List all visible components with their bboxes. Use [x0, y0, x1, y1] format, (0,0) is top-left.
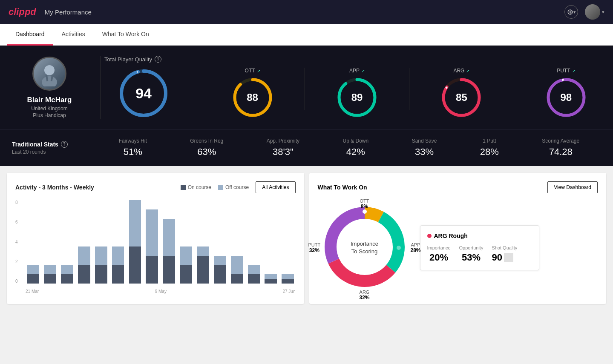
- greens-in-reg-stat: Greens In Reg 63%: [190, 138, 223, 158]
- y-label-4: 4: [15, 240, 18, 244]
- tab-what-to-work-on[interactable]: What To Work On: [94, 24, 158, 46]
- avatar[interactable]: [585, 4, 600, 20]
- bar-off-course: [282, 274, 294, 279]
- trad-help-icon[interactable]: ?: [61, 141, 68, 148]
- bar-group: [26, 200, 41, 284]
- bar-group: [229, 200, 245, 284]
- legend-on-course: On course: [181, 184, 211, 190]
- fairways-hit-stat: Fairways Hit 51%: [119, 138, 147, 158]
- section-divider-3: [409, 68, 409, 110]
- on-course-dot: [181, 185, 186, 190]
- app-proximity-label: App. Proximity: [267, 138, 299, 144]
- sand-save-label: Sand Save: [412, 138, 437, 144]
- plus-circle-icon: ⊕: [567, 7, 573, 17]
- ott-label: OTT ↗: [245, 68, 260, 74]
- quality-label: Total Player Quality ?: [104, 56, 601, 63]
- bar-group: [246, 200, 262, 284]
- sand-save-stat: Sand Save 33%: [412, 138, 437, 158]
- section-divider-1: [200, 68, 200, 110]
- bar-on-course: [129, 246, 141, 284]
- user-dropdown-arrow: ▾: [602, 9, 604, 15]
- bar-off-course: [146, 209, 158, 256]
- activity-controls: On course Off course All Activities: [181, 181, 296, 193]
- player-avatar: [32, 57, 66, 91]
- greens-value: 63%: [190, 146, 223, 158]
- x-label-may: 9 May: [155, 289, 167, 294]
- bar-off-course: [197, 246, 209, 256]
- ott-pct: 8%: [360, 203, 369, 209]
- bar-group: [280, 200, 296, 284]
- trad-label: Traditional Stats ?: [12, 141, 97, 148]
- shot-quality-col: Shot Quality 90: [492, 245, 517, 263]
- nav-tabs: Dashboard Activities What To Work On: [0, 24, 613, 46]
- ott-arrow-icon: ↗: [257, 69, 260, 73]
- bar-on-course: [27, 274, 40, 284]
- main-score-item: 94: [118, 68, 169, 119]
- bar-group: [127, 200, 143, 284]
- scoring-average-value: 74.28: [542, 146, 579, 158]
- putt-score-item: PUTT ↗ 98: [545, 68, 587, 119]
- bar-on-course: [248, 274, 260, 284]
- up-down-value: 42%: [343, 146, 369, 158]
- main-score-ring: 94: [118, 68, 169, 119]
- bar-on-course: [44, 274, 56, 284]
- legend-off-course: Off course: [218, 184, 249, 190]
- putt-ring: 98: [545, 76, 587, 119]
- bar-on-course: [112, 265, 124, 284]
- bar-off-course: [78, 246, 90, 265]
- header: clippd My Performance ⊕ ▾ ▾: [0, 0, 613, 24]
- arg-label: ARG ↗: [453, 68, 469, 74]
- tab-dashboard[interactable]: Dashboard: [7, 24, 53, 46]
- app-label: APP ↗: [349, 68, 365, 74]
- bar-off-course: [214, 256, 226, 265]
- bar-on-course: [265, 279, 277, 284]
- add-button[interactable]: ⊕ ▾: [564, 5, 578, 19]
- y-label-2: 2: [15, 259, 18, 264]
- player-name: Blair McHarg: [27, 96, 72, 104]
- header-right: ⊕ ▾ ▾: [564, 4, 604, 20]
- bar-group: [263, 200, 279, 284]
- fairways-hit-label: Fairways Hit: [119, 138, 147, 144]
- arg-ring: 85: [440, 76, 483, 119]
- wtwo-content: Importance To Scoring OTT 8% APP 28% ARG…: [318, 200, 598, 295]
- y-label-0: 0: [15, 279, 18, 284]
- header-left: clippd My Performance: [9, 6, 92, 17]
- stats-top: Blair McHarg United Kingdom Plus Handica…: [12, 56, 601, 119]
- info-card-columns: Importance 20% Opportunity 53% Shot Qual…: [427, 245, 532, 263]
- donut-center-label: Importance To Scoring: [351, 240, 378, 255]
- donut-app-label: APP 28%: [410, 242, 420, 253]
- quality-section: Total Player Quality ? 94: [104, 56, 601, 119]
- what-to-work-on-panel: What To Work On View Dashboard: [309, 173, 607, 304]
- bar-group: [161, 200, 177, 284]
- player-avatar-image: [37, 61, 62, 86]
- bottom-panels: Activity - 3 Months - Weekly On course O…: [0, 166, 613, 311]
- tab-activities[interactable]: Activities: [53, 24, 94, 46]
- bar-on-course: [61, 274, 73, 284]
- header-title: My Performance: [45, 9, 92, 16]
- user-menu[interactable]: ▾: [585, 4, 604, 20]
- app-ring: 89: [336, 76, 378, 119]
- shot-quality-value-row: 90: [492, 252, 517, 263]
- chart-legend: On course Off course: [181, 184, 249, 190]
- all-activities-button[interactable]: All Activities: [256, 181, 295, 193]
- svg-point-22: [397, 246, 401, 250]
- off-course-dot: [218, 185, 223, 190]
- one-putt-value: 28%: [480, 146, 499, 158]
- quality-help-icon[interactable]: ?: [155, 56, 161, 63]
- trad-values: Fairways Hit 51% Greens In Reg 63% App. …: [97, 138, 601, 158]
- traditional-stats: Traditional Stats ? Last 20 rounds Fairw…: [0, 129, 613, 166]
- trad-label-area: Traditional Stats ? Last 20 rounds: [12, 141, 97, 155]
- y-labels: 8 6 4 2 0: [15, 200, 18, 284]
- view-dashboard-button[interactable]: View Dashboard: [547, 181, 598, 193]
- bar-group: [212, 200, 227, 284]
- bar-on-course: [214, 265, 226, 284]
- bar-on-course: [78, 265, 90, 284]
- bar-on-course: [197, 256, 209, 284]
- player-handicap: Plus Handicap: [33, 112, 66, 118]
- app-proximity-value: 38'3": [267, 146, 299, 158]
- donut-putt-label: PUTT 32%: [308, 242, 321, 253]
- bar-off-course: [61, 265, 73, 274]
- bar-on-course: [95, 265, 107, 284]
- x-label-mar: 21 Mar: [26, 289, 39, 294]
- bar-off-course: [163, 219, 175, 256]
